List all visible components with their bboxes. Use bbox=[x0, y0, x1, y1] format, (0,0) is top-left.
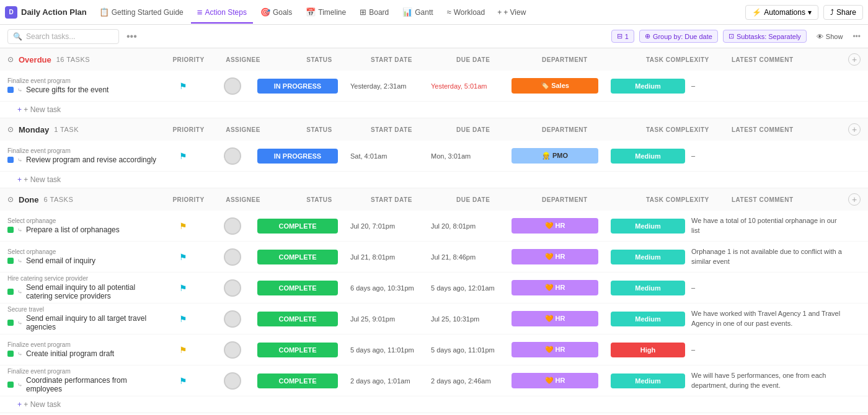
status-badge[interactable]: IN PROGRESS bbox=[257, 149, 338, 164]
task-checkbox[interactable] bbox=[7, 87, 14, 93]
add-task-overdue[interactable]: + + New task bbox=[0, 102, 868, 118]
start-date-cell: Jul 25, 9:01pm bbox=[350, 315, 431, 323]
priority-flag-cyan: ⚑ bbox=[179, 283, 187, 293]
task-name-label[interactable]: Send email of inquiry bbox=[26, 256, 95, 265]
task-cell: Secure travel ⤷ Send email inquiry to al… bbox=[7, 306, 158, 331]
task-checkbox[interactable] bbox=[7, 351, 14, 357]
table-row: Finalize event program ⤷ Create initial … bbox=[0, 334, 868, 365]
tab-board[interactable]: ⊞ Board bbox=[353, 1, 395, 24]
task-name-label[interactable]: Review program and revise accordingly bbox=[26, 155, 156, 164]
search-box[interactable]: 🔍 Search tasks... bbox=[7, 29, 119, 44]
start-date-text: Sat, 4:01am bbox=[350, 152, 387, 160]
status-cell[interactable]: COMPLETE bbox=[257, 281, 350, 295]
status-badge[interactable]: COMPLETE bbox=[257, 312, 338, 326]
add-col-btn-overdue[interactable]: + bbox=[848, 53, 861, 66]
toolbar-extra-more[interactable]: ••• bbox=[852, 32, 861, 41]
task-name-row: ⤷ Review program and revise accordingly bbox=[7, 155, 158, 164]
task-checkbox[interactable] bbox=[7, 320, 14, 326]
tab-timeline[interactable]: 📅 Timeline bbox=[299, 1, 352, 24]
section-toggle-overdue[interactable]: ⊙ bbox=[7, 55, 14, 64]
comment-text: We will have 5 performances, one from ea… bbox=[691, 372, 826, 388]
tab-getting-started[interactable]: 📋 Getting Started Guide bbox=[93, 1, 190, 24]
assignee-cell bbox=[208, 217, 257, 235]
task-cell: Finalize event program ⤷ Coordinate perf… bbox=[7, 368, 158, 393]
priority-cell: ⚑ bbox=[158, 81, 208, 91]
status-cell[interactable]: COMPLETE bbox=[257, 312, 350, 326]
task-name-label[interactable]: Send email inquiry to all potential cate… bbox=[26, 283, 158, 300]
due-date-text: 5 days ago, 12:01am bbox=[431, 284, 495, 292]
task-cell: Select orphanage ⤷ Prepare a list of orp… bbox=[7, 217, 158, 234]
task-name-label[interactable]: Prepare a list of orphanages bbox=[26, 225, 120, 234]
status-badge[interactable]: COMPLETE bbox=[257, 219, 338, 234]
tab-icon-timeline: 📅 bbox=[306, 7, 316, 17]
task-parent-label: Hire catering service provider bbox=[7, 275, 158, 282]
status-cell[interactable]: COMPLETE bbox=[257, 343, 350, 357]
section-toggle-monday[interactable]: ⊙ bbox=[7, 125, 14, 134]
toolbar-more-icon[interactable]: ••• bbox=[126, 31, 137, 42]
add-task-done[interactable]: + + New task bbox=[0, 396, 868, 413]
complexity-badge: Medium bbox=[611, 79, 685, 94]
status-cell[interactable]: COMPLETE bbox=[257, 374, 350, 388]
task-name-label[interactable]: Secure gifts for the event bbox=[26, 85, 108, 94]
tab-gantt[interactable]: 📊 Gantt bbox=[396, 1, 439, 24]
task-parent-label: Secure travel bbox=[7, 306, 158, 313]
complexity-badge: Medium bbox=[611, 281, 685, 295]
status-cell[interactable]: IN PROGRESS bbox=[257, 149, 350, 164]
tab-action-steps[interactable]: ≡ Action Steps bbox=[191, 1, 253, 24]
task-name-label[interactable]: Coordinate performances from employees bbox=[26, 376, 158, 393]
assignee-cell bbox=[208, 341, 257, 359]
task-parent-label: Select orphanage bbox=[7, 248, 158, 255]
priority-flag-yellow: ⚑ bbox=[179, 221, 187, 231]
status-cell[interactable]: COMPLETE bbox=[257, 250, 350, 264]
filter-button[interactable]: ⊟ 1 bbox=[611, 30, 634, 43]
comment-cell: We have worked with Travel Agency 1 and … bbox=[691, 309, 842, 328]
status-badge[interactable]: COMPLETE bbox=[257, 343, 338, 357]
start-date-text: 6 days ago, 10:31pm bbox=[350, 284, 414, 292]
group-by-button[interactable]: ⊕ Group by: Due date bbox=[639, 30, 718, 43]
subtasks-icon: ⊡ bbox=[728, 32, 734, 40]
section-header-overdue: ⊙ Overdue 16 TASKS PRIORITY ASSIGNEE STA… bbox=[0, 48, 868, 71]
add-col-btn-monday[interactable]: + bbox=[848, 123, 861, 136]
start-date-text: Jul 25, 9:01pm bbox=[350, 315, 395, 323]
show-button[interactable]: 👁 Show bbox=[812, 31, 848, 42]
start-date-text: Yesterday, 2:31am bbox=[350, 82, 407, 90]
comment-cell: Orphanage 1 is not available due to conf… bbox=[691, 247, 842, 266]
complexity-cell: Medium bbox=[611, 374, 691, 388]
task-checkbox[interactable] bbox=[7, 382, 14, 388]
dept-badge: 🧡 HR bbox=[512, 249, 598, 264]
section-title-done: Done bbox=[19, 195, 39, 204]
due-date-text: Jul 20, 8:01pm bbox=[431, 222, 476, 230]
tab-workload[interactable]: ≈ Workload bbox=[441, 1, 492, 24]
task-cell: Finalize event program ⤷ Secure gifts fo… bbox=[7, 77, 158, 94]
task-checkbox[interactable] bbox=[7, 289, 14, 295]
task-name-label[interactable]: Send email inquiry to all target travel … bbox=[26, 314, 158, 331]
complexity-cell: Medium bbox=[611, 312, 691, 326]
start-date-cell: 2 days ago, 1:01am bbox=[350, 377, 431, 385]
task-checkbox[interactable] bbox=[7, 227, 14, 233]
subtasks-button[interactable]: ⊡ Subtasks: Separately bbox=[723, 30, 807, 43]
status-badge[interactable]: COMPLETE bbox=[257, 250, 338, 264]
complexity-badge: Medium bbox=[611, 312, 685, 326]
add-view-btn[interactable]: + + View bbox=[492, 6, 531, 19]
comment-text: We have worked with Travel Agency 1 and … bbox=[691, 310, 840, 326]
share-icon: ⤴ bbox=[830, 8, 834, 17]
task-name-label[interactable]: Create initial program draft bbox=[26, 349, 114, 358]
automations-button[interactable]: ⚡ Automations ▾ bbox=[745, 5, 818, 20]
status-badge[interactable]: IN PROGRESS bbox=[257, 79, 338, 94]
task-checkbox[interactable] bbox=[7, 157, 14, 163]
add-task-monday[interactable]: + + New task bbox=[0, 172, 868, 188]
section-toggle-done[interactable]: ⊙ bbox=[7, 195, 14, 204]
status-badge[interactable]: COMPLETE bbox=[257, 281, 338, 295]
table-row: Finalize event program ⤷ Coordinate perf… bbox=[0, 365, 868, 396]
status-cell[interactable]: IN PROGRESS bbox=[257, 79, 350, 94]
complexity-cell: Medium bbox=[611, 79, 691, 94]
status-badge[interactable]: COMPLETE bbox=[257, 374, 338, 388]
add-col-btn-done[interactable]: + bbox=[848, 193, 861, 206]
tab-icon-action-steps: ≡ bbox=[197, 7, 203, 17]
share-button[interactable]: ⤴ Share bbox=[823, 5, 863, 20]
status-cell[interactable]: COMPLETE bbox=[257, 219, 350, 234]
task-checkbox[interactable] bbox=[7, 258, 14, 264]
tab-goals[interactable]: 🎯 Goals bbox=[254, 1, 298, 24]
tab-icon-getting-started: 📋 bbox=[99, 7, 109, 17]
task-cell: Select orphanage ⤷ Send email of inquiry bbox=[7, 248, 158, 265]
